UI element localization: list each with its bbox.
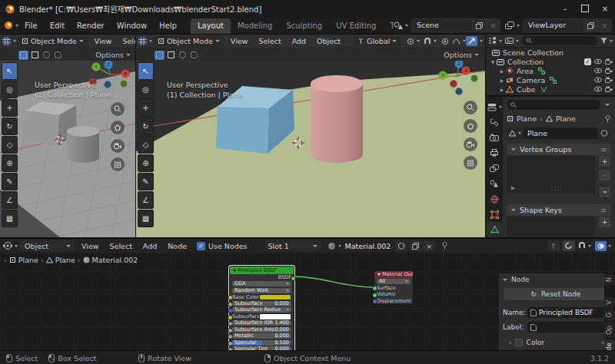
principled-bsdf-node[interactable]: ▼ Principled BSDF BSDF GGX Random Walk B…	[229, 266, 294, 350]
viewport-left-canvas[interactable]: Y Z X User Perspective (1) Collection | …	[0, 61, 135, 237]
shader-type-dropdown[interactable]: Object	[21, 240, 75, 251]
viewlayer-name[interactable]: ViewLayer	[523, 18, 584, 32]
use-nodes-checkbox[interactable]: ✓	[197, 242, 205, 250]
new-viewlayer-button[interactable]	[584, 18, 598, 32]
input-socket[interactable]	[372, 299, 377, 304]
pan-button[interactable]	[464, 119, 477, 133]
color-subpanel[interactable]: › Color ≔	[503, 339, 609, 346]
expand-icon[interactable]: ▶	[498, 78, 506, 83]
tab-tool[interactable]	[486, 114, 503, 130]
annotate-tool-button[interactable]: ✎	[138, 173, 154, 190]
options-dropdown[interactable]: Options	[444, 51, 479, 59]
select-box-button[interactable]: ↖	[2, 62, 18, 80]
menu-file[interactable]: File	[18, 22, 44, 30]
add-vertex-group-button[interactable]: +	[598, 155, 611, 167]
object-menu[interactable]: Object	[311, 37, 346, 45]
node-header[interactable]: ▼ Material Output	[374, 271, 413, 278]
input-socket[interactable]	[228, 295, 233, 300]
hide-eye-icon[interactable]	[594, 77, 602, 83]
measure-tool-button[interactable]: ∠	[138, 191, 154, 209]
scene-name[interactable]: Scene	[411, 18, 473, 32]
pan-button[interactable]	[111, 121, 125, 134]
input-socket[interactable]	[372, 286, 377, 291]
outliner-row-collection[interactable]: ▼ Collection ✓	[486, 57, 615, 66]
maximize-button[interactable]	[575, 0, 595, 17]
blender-menu-icon[interactable]	[4, 21, 18, 30]
tab-view-layer[interactable]	[486, 160, 503, 176]
transform-orientation-dropdown[interactable]: Global	[354, 36, 401, 47]
menu-edit[interactable]: Edit	[44, 22, 71, 30]
tab-world[interactable]	[486, 191, 503, 207]
outliner-row-cylinder[interactable]: ▶ Cylinder	[486, 94, 615, 95]
select-circle-tool[interactable]	[178, 51, 188, 60]
editor-type-icon[interactable]	[3, 241, 18, 250]
sidebar-tab-n[interactable]: N	[604, 274, 615, 285]
select-tweak-tool[interactable]	[18, 51, 28, 60]
specular-row[interactable]: Specular0.500	[230, 339, 294, 346]
hide-eye-icon[interactable]	[594, 86, 602, 92]
remove-vertex-group-button[interactable]: −	[598, 169, 611, 181]
menu-help[interactable]: Help	[153, 22, 183, 30]
tab-sculpting[interactable]: Sculpting	[279, 18, 329, 34]
filter-id-icon[interactable]	[505, 37, 519, 45]
perspective-toggle-button[interactable]	[464, 156, 477, 170]
view-menu[interactable]: View	[89, 37, 118, 45]
rotate-tool-button[interactable]: ↻	[2, 117, 18, 135]
overlays-toggle-icon[interactable]	[595, 241, 607, 251]
sidebar-tab-v[interactable]: V	[604, 297, 615, 308]
select-box-tool[interactable]	[166, 51, 176, 60]
pin-icon[interactable]	[441, 242, 448, 250]
list-expand-icon[interactable]: ▶	[511, 185, 515, 191]
snap-magnet-icon[interactable]	[424, 38, 437, 45]
menu-render[interactable]: Render	[71, 22, 111, 30]
remove-viewlayer-button[interactable]: ×	[598, 18, 612, 32]
sidebar-tab-g[interactable]: G	[604, 309, 615, 321]
subsurface-anisotropy-row[interactable]: Subsurface Anisotropy0.000	[230, 326, 294, 333]
tab-texture-paint[interactable]: Texture Paint	[383, 18, 394, 34]
select-box-button[interactable]: ↖	[138, 62, 154, 80]
fake-user-shield-icon[interactable]	[597, 127, 611, 139]
transform-tool-button[interactable]: ⊕	[2, 154, 18, 172]
expand-icon[interactable]: ▼	[489, 59, 497, 65]
breadcrumb-object[interactable]: Plane	[517, 114, 537, 123]
outliner-row-scene-collection[interactable]: Scene Collection	[486, 48, 615, 57]
material-output-node[interactable]: ▼ Material Output All Surface Volume Dis…	[374, 270, 414, 305]
select-tweak-tool[interactable]	[155, 51, 165, 60]
reset-node-button[interactable]: ↻ Reset Node	[503, 287, 609, 301]
subsurface-row[interactable]: Subsurface0.000	[230, 300, 294, 307]
outliner-search-input[interactable]	[522, 36, 597, 45]
cursor-tool-button[interactable]: ◎	[2, 81, 18, 98]
tab-object-data[interactable]	[486, 222, 503, 237]
outliner-row-area[interactable]: ▶ Area	[486, 66, 615, 75]
editor-type-icon[interactable]	[2, 37, 16, 45]
menu-window[interactable]: Window	[111, 22, 153, 30]
shape-keys-list[interactable]	[507, 216, 596, 237]
input-socket[interactable]	[228, 315, 233, 320]
list-resize-handle[interactable]: ::::	[551, 185, 563, 192]
output-bsdf[interactable]: BSDF	[230, 274, 294, 281]
base-color-row[interactable]: Base Color	[230, 294, 294, 301]
move-tool-button[interactable]: +	[2, 99, 18, 117]
vertex-group-specials-button[interactable]	[598, 186, 611, 198]
scale-tool-button[interactable]: ◇	[138, 136, 154, 154]
mode-dropdown[interactable]: Object Mode	[18, 36, 88, 47]
sidebar-tab-op[interactable]: Op	[604, 323, 615, 338]
properties-editor-type-icon[interactable]	[486, 99, 503, 114]
breadcrumb-object[interactable]: Plane	[18, 256, 38, 264]
sidebar-tab-node[interactable]: Node	[604, 339, 615, 350]
shader-canvas[interactable]: › Plane › Plane › Material.002 ▼ Princip…	[0, 253, 615, 350]
show-gizmo-icon[interactable]	[466, 36, 477, 46]
select-menu[interactable]: Select	[117, 37, 135, 45]
input-socket[interactable]	[372, 293, 377, 298]
subsurface-color-swatch[interactable]	[259, 313, 291, 320]
material-name[interactable]: Material.002	[345, 242, 391, 250]
add-cube-tool-button[interactable]: ▦	[2, 210, 18, 227]
unlink-material-icon[interactable]: ×	[423, 240, 435, 251]
view-menu[interactable]: View	[225, 37, 254, 45]
auto-offset-icon[interactable]	[563, 240, 575, 251]
camera-view-button[interactable]	[464, 137, 477, 151]
scene-icon[interactable]	[394, 22, 408, 30]
view-menu[interactable]: View	[76, 242, 105, 250]
disable-render-icon[interactable]	[605, 77, 613, 83]
move-tool-button[interactable]: +	[138, 99, 154, 117]
